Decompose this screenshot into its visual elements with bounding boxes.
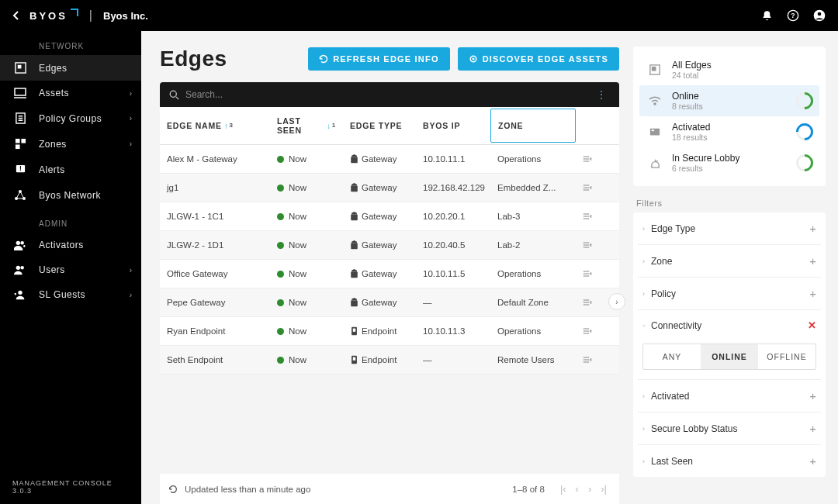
filter-secure-lobby[interactable]: ›Secure Lobby Status+ — [638, 413, 821, 444]
search-input[interactable] — [185, 89, 593, 100]
refresh-icon[interactable] — [168, 484, 178, 495]
cell-type: Gateway — [343, 202, 416, 230]
cell-zone: Operations — [490, 317, 576, 345]
stat-all-edges[interactable]: All Edges24 total — [639, 54, 819, 85]
org-name: Byos Inc. — [103, 10, 148, 22]
topbar: BYOS | Byos Inc. ? — [0, 0, 838, 31]
cell-type: Gateway — [343, 288, 416, 316]
help-icon[interactable]: ? — [787, 9, 799, 22]
cell-name: jg1 — [160, 174, 270, 202]
edge-type-icon — [350, 183, 358, 192]
status-dot — [277, 242, 284, 249]
page-next-button[interactable]: › — [583, 483, 596, 495]
table-row[interactable]: JLGW-2 - 1D1NowGateway10.20.40.5Lab-2 — [160, 231, 619, 260]
chevron-right-icon: › — [642, 457, 645, 465]
activators-icon — [12, 240, 28, 250]
filter-connectivity[interactable]: ›Connectivity✕ — [638, 310, 821, 340]
table-row[interactable]: Alex M - GatewayNowGateway10.10.11.1Oper… — [160, 145, 619, 174]
back-button[interactable] — [12, 11, 20, 20]
row-actions-button[interactable] — [576, 317, 599, 345]
row-actions-button[interactable] — [576, 174, 599, 202]
sidebar-section-admin: ADMIN — [0, 209, 141, 233]
updated-text: Updated less than a minute ago — [185, 485, 310, 494]
sidebar-item-byos-network[interactable]: Byos Network — [0, 182, 141, 209]
page-last-button[interactable]: ›| — [596, 483, 611, 495]
row-actions-button[interactable] — [576, 231, 599, 259]
connectivity-offline[interactable]: OFFLINE — [758, 344, 815, 369]
page-first-button[interactable]: |‹ — [556, 483, 571, 495]
svg-rect-10 — [15, 144, 19, 149]
svg-rect-26 — [351, 214, 358, 220]
bell-icon[interactable] — [761, 10, 773, 22]
cell-zone: Operations — [490, 145, 576, 173]
col-edge-type[interactable]: EDGE TYPE — [343, 107, 416, 144]
table-row[interactable]: Office GatewayNowGateway10.10.11.5Operat… — [160, 260, 619, 288]
chevron-right-icon: › — [130, 114, 132, 123]
clear-filter-icon[interactable]: ✕ — [808, 319, 816, 331]
sidebar-item-activators[interactable]: Activators — [0, 233, 141, 257]
row-actions-button[interactable] — [576, 202, 599, 230]
connectivity-online[interactable]: ONLINE — [701, 344, 758, 369]
logo: BYOS — [29, 10, 78, 22]
table-row[interactable]: Ryan EndpointNowEndpoint10.10.11.3Operat… — [160, 317, 619, 346]
chevron-right-icon: › — [642, 257, 645, 265]
cell-type: Endpoint — [343, 346, 416, 374]
page-prev-button[interactable]: ‹ — [571, 483, 583, 495]
table-header: EDGE NAME↑3 LAST SEEN↓1 EDGE TYPE BYOS I… — [160, 107, 619, 145]
cell-zone: Lab-2 — [490, 231, 576, 259]
col-byos-ip[interactable]: BYOS IP — [416, 107, 490, 144]
svg-rect-25 — [351, 185, 358, 192]
guests-icon — [12, 289, 28, 300]
row-actions-button[interactable] — [576, 288, 599, 316]
sidebar-item-zones[interactable]: Zones› — [0, 131, 141, 157]
refresh-edge-info-button[interactable]: REFRESH EDGE INFO — [308, 47, 450, 71]
edge-type-icon — [350, 212, 358, 221]
svg-rect-33 — [353, 357, 355, 361]
table-row[interactable]: Pepe GatewayNowGateway—Default Zone — [160, 288, 619, 317]
sidebar-item-alerts[interactable]: !Alerts — [0, 157, 141, 182]
sidebar-footer: MANAGEMENT CONSOLE 3.0.3 — [0, 470, 141, 504]
svg-point-17 — [20, 241, 23, 244]
filter-edge-type[interactable]: ›Edge Type+ — [638, 212, 821, 244]
account-icon[interactable] — [813, 9, 826, 22]
sidebar-item-assets[interactable]: Assets› — [0, 81, 141, 105]
svg-rect-6 — [15, 88, 26, 95]
col-edge-name[interactable]: EDGE NAME↑3 — [160, 107, 270, 144]
row-actions-button[interactable] — [576, 145, 599, 173]
stat-activated[interactable]: Activated18 results — [639, 116, 819, 147]
sidebar-item-users[interactable]: Users› — [0, 257, 141, 282]
filter-last-seen[interactable]: ›Last Seen+ — [638, 445, 821, 477]
sidebar-item-sl-guests[interactable]: SL Guests› — [0, 282, 141, 307]
sidebar-item-edges[interactable]: Edges — [0, 55, 141, 81]
svg-point-3 — [818, 12, 822, 16]
chevron-right-icon: › — [130, 291, 132, 299]
wifi-icon — [646, 96, 664, 105]
cell-last-seen: Now — [270, 260, 343, 288]
filter-zone[interactable]: ›Zone+ — [638, 245, 821, 277]
table-row[interactable]: Seth EndpointNowEndpoint—Remote Users — [160, 346, 619, 375]
row-actions-button[interactable] — [576, 346, 599, 374]
cell-type: Endpoint — [343, 317, 416, 345]
svg-rect-28 — [351, 271, 358, 278]
stat-secure-lobby[interactable]: In Secure Lobby6 results — [639, 147, 819, 178]
svg-rect-27 — [351, 243, 358, 249]
search-menu-button[interactable]: ⋮ — [593, 88, 610, 101]
connectivity-any[interactable]: ANY — [643, 344, 701, 369]
table-row[interactable]: JLGW-1 - 1C1NowGateway10.20.20.1Lab-3 — [160, 202, 619, 231]
filters-panel: Filters ›Edge Type+ ›Zone+ ›Policy+ ›Con… — [633, 195, 826, 477]
svg-point-19 — [20, 266, 23, 269]
cell-zone: Default Zone — [490, 288, 576, 316]
table-row[interactable]: jg1NowGateway192.168.42.129Embedded Z... — [160, 174, 619, 202]
stat-online[interactable]: Online8 results — [639, 85, 819, 116]
col-zone[interactable]: ZONE — [490, 109, 576, 143]
discover-edge-assets-button[interactable]: DISCOVER EDGE ASSETS — [458, 47, 619, 71]
sidebar-item-policy-groups[interactable]: Policy Groups› — [0, 105, 141, 131]
svg-rect-9 — [21, 139, 26, 143]
filter-activated[interactable]: ›Activated+ — [638, 380, 821, 412]
collapse-panel-button[interactable]: › — [608, 293, 625, 310]
col-last-seen[interactable]: LAST SEEN↓1 — [270, 107, 343, 144]
progress-ring — [792, 88, 816, 112]
row-actions-button[interactable] — [576, 260, 599, 288]
cell-name: Seth Endpoint — [160, 346, 270, 374]
filter-policy[interactable]: ›Policy+ — [638, 278, 821, 309]
